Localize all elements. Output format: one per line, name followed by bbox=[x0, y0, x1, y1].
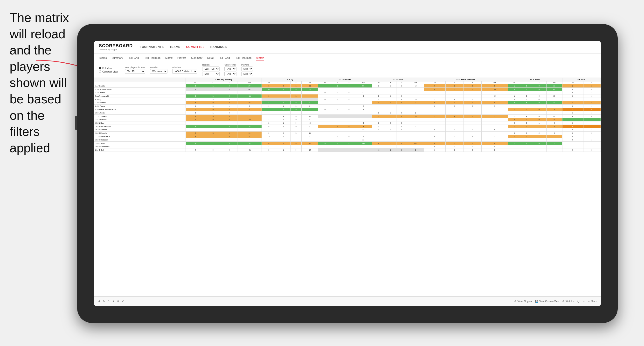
save-custom-button[interactable]: 💾 Save Custom View bbox=[535, 300, 559, 303]
full-view-option[interactable]: Full View bbox=[99, 67, 118, 70]
cell bbox=[318, 115, 332, 118]
cell: -7 bbox=[301, 108, 318, 111]
cell bbox=[237, 128, 262, 132]
comment-button[interactable]: 💬 bbox=[578, 300, 580, 303]
sub-nav-teams[interactable]: Teams bbox=[99, 55, 107, 60]
cell bbox=[546, 145, 562, 149]
cell bbox=[332, 138, 343, 142]
col-header-webb: 38. A Webb bbox=[508, 78, 562, 81]
cell: 0 bbox=[372, 94, 385, 98]
division-filter: Division NCAA Division II bbox=[172, 66, 197, 74]
cell: 50 bbox=[301, 88, 318, 91]
zoom-button[interactable]: ⊕ bbox=[112, 300, 114, 303]
nav-item-teams[interactable]: TEAMS bbox=[170, 44, 180, 50]
cell: 1 bbox=[562, 108, 583, 111]
players-all-select[interactable]: (All) bbox=[241, 72, 253, 76]
nav-item-rankings[interactable]: RANKINGS bbox=[210, 44, 227, 50]
cell: 9 bbox=[482, 149, 508, 152]
compact-view-radio[interactable] bbox=[99, 70, 101, 73]
player-name: 3. S Jelinek bbox=[94, 91, 186, 94]
gender-select[interactable]: Women's bbox=[150, 69, 168, 74]
refresh-button[interactable]: ⟳ bbox=[108, 300, 110, 303]
cell: 0 bbox=[532, 108, 546, 111]
cell bbox=[343, 132, 355, 135]
sub-nav-players[interactable]: Players bbox=[177, 55, 186, 60]
cell: 1 bbox=[583, 105, 600, 108]
nav-item-tournaments[interactable]: TOURNAMENTS bbox=[140, 44, 164, 50]
player-name: 9. A Maria Jimenez Rios bbox=[94, 108, 186, 111]
cell bbox=[446, 111, 464, 115]
sub-nav-h2h-grid[interactable]: H2H Grid bbox=[128, 55, 139, 60]
fullscreen-button[interactable]: ⤢ bbox=[583, 300, 585, 303]
cell bbox=[396, 108, 407, 111]
watch-button[interactable]: 👁 Watch ▾ bbox=[562, 300, 574, 303]
cell bbox=[407, 94, 424, 98]
sub-nav-h2h-heatmap2[interactable]: H2H Heatmap bbox=[235, 55, 252, 60]
cell bbox=[276, 145, 290, 149]
cell: 3 bbox=[186, 142, 205, 145]
timer-button[interactable]: ⏱ bbox=[122, 300, 124, 303]
share-button[interactable]: ⎋ Share bbox=[588, 300, 597, 303]
cell bbox=[508, 149, 521, 152]
sh-dif4: Dif bbox=[407, 81, 424, 84]
cell bbox=[318, 121, 332, 125]
sub-nav-summary[interactable]: Summary bbox=[112, 55, 123, 60]
nav-item-committee[interactable]: COMMITTEE bbox=[186, 44, 204, 50]
region-select[interactable]: East - DII bbox=[202, 66, 220, 71]
cell: 0 bbox=[372, 98, 385, 101]
undo-button[interactable]: ↺ bbox=[98, 300, 100, 303]
division-select[interactable]: NCAA Division II bbox=[172, 69, 197, 74]
cell: 0 bbox=[396, 115, 407, 118]
full-view-radio[interactable] bbox=[99, 67, 101, 69]
cell: 35 bbox=[482, 88, 508, 91]
conference-all-select[interactable]: (All) bbox=[224, 72, 236, 76]
cell: 25 bbox=[546, 118, 562, 121]
max-players-select[interactable]: Top 25 bbox=[125, 69, 145, 74]
cell: 2 bbox=[407, 111, 424, 115]
cell: 0 bbox=[221, 135, 237, 138]
layout-button[interactable]: ⊞ bbox=[117, 300, 119, 303]
sub-nav-h2h-heatmap[interactable]: H2H Heatmap bbox=[144, 55, 160, 60]
cell: 1 bbox=[276, 149, 290, 152]
cell bbox=[372, 145, 385, 149]
sub-nav-matrix-active[interactable]: Matrix bbox=[256, 55, 264, 60]
sub-nav-detail[interactable]: Detail bbox=[207, 55, 214, 60]
region-all-select[interactable]: (All) bbox=[202, 72, 220, 76]
cell: 4 bbox=[521, 101, 532, 105]
cell bbox=[532, 138, 546, 142]
cell: 5 bbox=[407, 125, 424, 128]
conference-select[interactable]: (All) bbox=[224, 66, 236, 71]
player-name: 1. J Garcia bbox=[94, 84, 186, 88]
matrix-content[interactable]: 2. M Kelly Mulcahy 6. A Dy 11. G Woods 2… bbox=[94, 78, 601, 296]
cell: 1 bbox=[464, 135, 482, 138]
compact-view-option[interactable]: Compact View bbox=[99, 70, 118, 73]
sh-t2: T bbox=[290, 81, 302, 84]
sh-l3: L bbox=[332, 81, 343, 84]
players-filter: Players (All) (All) bbox=[241, 64, 253, 76]
sh-t5: T bbox=[464, 81, 482, 84]
redo-button[interactable]: ↻ bbox=[103, 300, 105, 303]
cell: 0 bbox=[532, 84, 546, 88]
cell: 1 bbox=[372, 84, 385, 88]
cell bbox=[532, 128, 546, 132]
cell: 1 bbox=[532, 125, 546, 128]
cell: 1 bbox=[385, 94, 396, 98]
cell: 13 bbox=[546, 94, 562, 98]
players-select[interactable]: (All) bbox=[241, 66, 253, 71]
cell bbox=[508, 111, 521, 115]
sub-nav-matrix[interactable]: Matrix bbox=[165, 55, 172, 60]
cell bbox=[205, 128, 221, 132]
cell bbox=[482, 121, 508, 125]
table-row: 14. S Srichantamit 3 1 0 18 0 1 0 5 1 2 … bbox=[94, 125, 601, 128]
cell bbox=[355, 98, 372, 101]
cell: 0 bbox=[205, 118, 221, 121]
cell: 1 bbox=[372, 121, 385, 125]
cell: 11 bbox=[546, 84, 562, 88]
cell bbox=[407, 88, 424, 91]
cell bbox=[318, 105, 332, 108]
sub-nav-h2h-grid2[interactable]: H2H Grid bbox=[219, 55, 230, 60]
cell: 0 bbox=[343, 91, 355, 94]
sub-nav-summary2[interactable]: Summary bbox=[191, 55, 202, 60]
cell: 11 bbox=[301, 115, 318, 118]
view-original-button[interactable]: 👁 View: Original bbox=[514, 300, 532, 303]
